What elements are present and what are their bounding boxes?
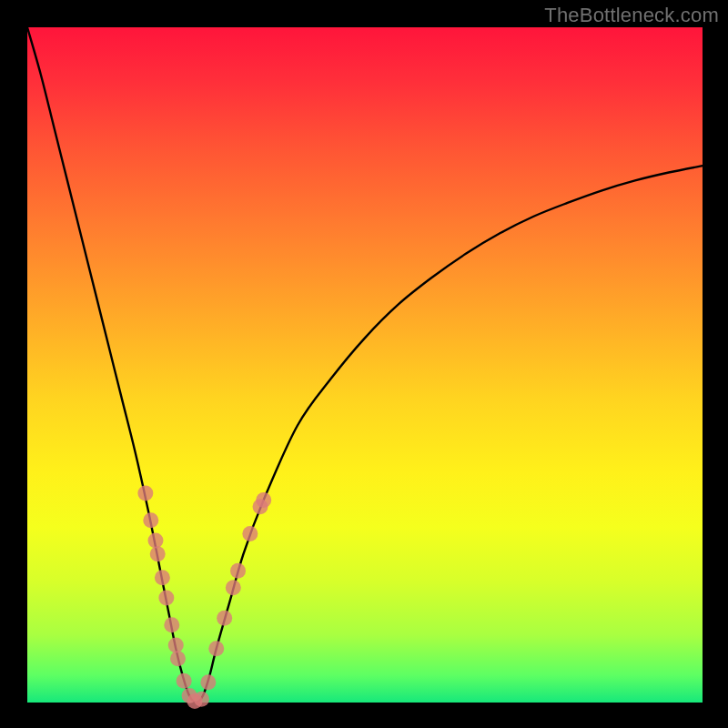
curve-marker <box>158 590 174 605</box>
chart-frame: TheBottleneck.com <box>0 0 728 728</box>
curve-marker <box>143 512 158 528</box>
curve-marker <box>217 611 232 626</box>
curve-svg <box>27 27 703 703</box>
curve-marker <box>194 692 209 707</box>
curve-markers <box>137 485 271 709</box>
curve-marker <box>137 485 153 500</box>
curve-marker <box>155 570 170 585</box>
plot-area <box>27 27 703 703</box>
curve-marker <box>256 492 271 508</box>
curve-marker <box>164 617 179 632</box>
curve-marker <box>170 651 186 666</box>
curve-marker <box>147 532 163 548</box>
curve-marker <box>230 563 246 579</box>
curve-marker <box>200 674 216 690</box>
curve-marker <box>177 673 192 689</box>
curve-marker <box>168 637 184 652</box>
watermark-text: TheBottleneck.com <box>544 4 719 27</box>
curve-marker <box>242 526 258 541</box>
curve-marker <box>150 546 166 561</box>
curve-marker <box>208 641 224 656</box>
bottleneck-curve <box>27 27 703 703</box>
curve-marker <box>226 580 241 595</box>
